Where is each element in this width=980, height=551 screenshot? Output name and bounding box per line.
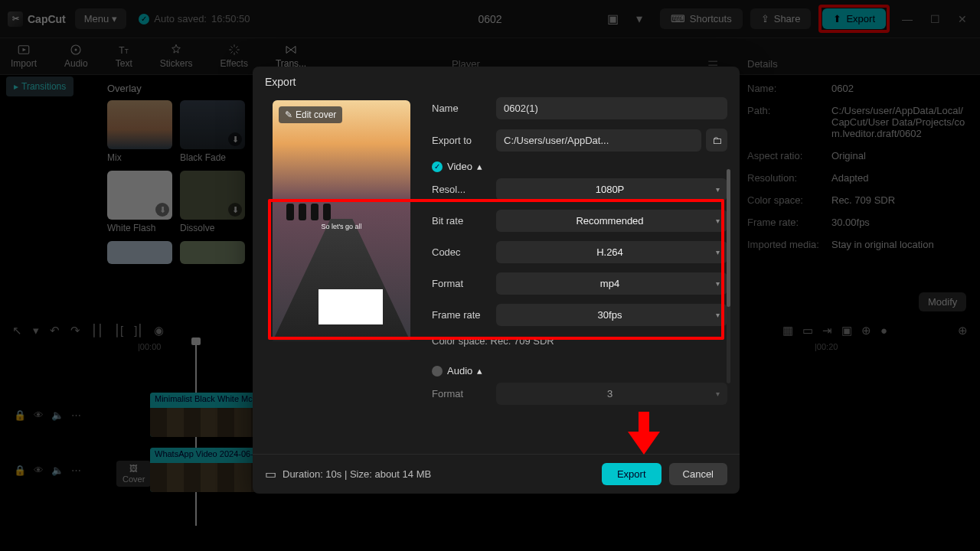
caret-up-icon: ▴	[477, 365, 482, 377]
bitrate-select[interactable]: Recommended▾	[496, 210, 727, 232]
unchecked-icon	[432, 366, 443, 377]
audio-format-select[interactable]: 3▾	[496, 383, 727, 405]
chevron-down-icon: ▾	[716, 279, 720, 288]
cover-preview: ✎ Edit cover So let's go all	[273, 100, 410, 341]
modal-title: Export	[253, 67, 740, 97]
cancel-button[interactable]: Cancel	[669, 463, 727, 485]
colorspace-text: Color space: Rec. 709 SDR	[432, 335, 727, 347]
pencil-icon: ✎	[285, 109, 292, 120]
chevron-down-icon: ▾	[716, 217, 720, 225]
white-overlay	[318, 289, 383, 324]
format-select[interactable]: mp4▾	[496, 272, 727, 295]
export-path-input[interactable]: C:/Users/user/AppDat...	[496, 129, 701, 152]
chevron-down-icon: ▾	[716, 185, 720, 194]
browse-folder-button[interactable]: 🗀	[706, 129, 727, 152]
export-modal: Export ✎ Edit cover So let's go all Name…	[253, 67, 740, 494]
export-confirm-button[interactable]: Export	[602, 463, 662, 485]
caret-up-icon: ▴	[477, 161, 482, 172]
film-icon: ▭	[265, 467, 276, 481]
chevron-down-icon: ▾	[716, 390, 720, 398]
duration-info: ▭ Duration: 10s | Size: about 14 MB	[265, 467, 431, 481]
chevron-down-icon: ▾	[716, 248, 720, 256]
edit-cover-button[interactable]: ✎ Edit cover	[279, 106, 342, 123]
codec-select[interactable]: H.264▾	[496, 241, 727, 263]
audio-section-toggle[interactable]: Audio ▴	[432, 365, 727, 377]
export-name-input[interactable]: 0602(1)	[496, 97, 727, 119]
framerate-select[interactable]: 30fps▾	[496, 304, 727, 326]
modal-scrollbar[interactable]	[727, 169, 730, 383]
check-icon: ✓	[432, 161, 443, 172]
resolution-select[interactable]: 1080P▾	[496, 178, 727, 201]
folder-icon: 🗀	[712, 135, 722, 146]
video-section-toggle[interactable]: ✓ Video ▴	[432, 161, 727, 172]
chevron-down-icon: ▾	[716, 311, 720, 319]
